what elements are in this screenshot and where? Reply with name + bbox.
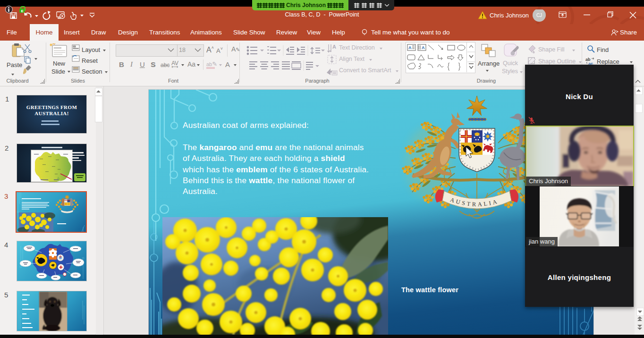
svg-text:CJ: CJ	[536, 13, 542, 18]
svg-text:A: A	[422, 45, 425, 50]
svg-text:A: A	[332, 44, 336, 50]
svg-text:A: A	[408, 45, 412, 50]
